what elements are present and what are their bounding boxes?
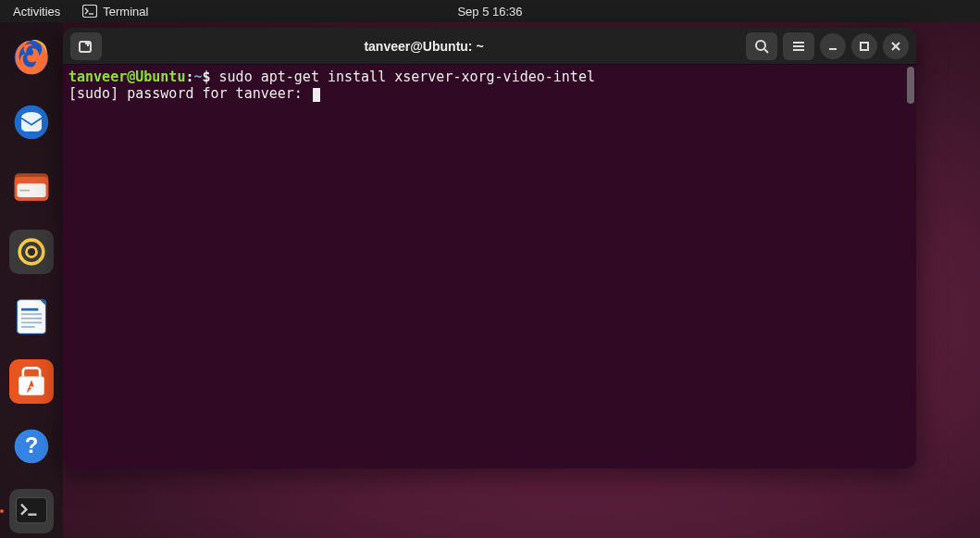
help-icon: ? [11,426,52,467]
topbar-app-label: Terminal [103,5,148,19]
dock: ? [0,22,63,538]
svg-rect-13 [21,318,42,319]
svg-text:?: ? [25,432,39,457]
prompt-user: tanveer@Ubuntu [68,69,185,85]
terminal-body[interactable]: tanveer@Ubuntu:~$ sudo apt-get install x… [63,65,916,469]
svg-line-25 [764,49,768,53]
rhythmbox-icon [11,231,52,272]
window-title: tanveer@Ubuntu: ~ [107,39,740,54]
writer-icon [11,296,52,337]
svg-rect-19 [17,497,47,523]
hamburger-icon [791,39,806,54]
command-text: sudo apt-get install xserver-xorg-video-… [219,69,595,85]
files-icon [11,167,52,207]
prompt-symbol: $ [203,69,211,85]
dock-item-firefox[interactable] [9,35,54,80]
dock-item-help[interactable]: ? [9,424,54,469]
new-tab-button[interactable] [70,32,102,60]
clock[interactable]: Sep 5 16:36 [457,5,522,19]
dock-item-ubuntu-software[interactable] [9,359,54,404]
dock-item-rhythmbox[interactable] [9,230,54,274]
maximize-icon [859,41,870,52]
svg-rect-12 [21,313,42,315]
terminal-window: tanveer@Ubuntu: ~ tanveer@Ubuntu:~$ sudo… [63,28,916,469]
svg-rect-10 [17,300,45,334]
software-icon [11,361,52,402]
dock-item-thunderbird[interactable] [9,100,54,144]
dock-item-files[interactable] [9,165,54,209]
svg-rect-14 [21,322,42,324]
scrollbar-thumb[interactable] [907,67,914,104]
search-button[interactable] [746,32,777,60]
svg-point-9 [27,247,37,257]
activities-button[interactable]: Activities [0,5,73,19]
svg-point-24 [756,41,765,50]
close-icon [890,41,901,52]
minimize-button[interactable] [820,33,846,59]
hamburger-menu-button[interactable] [783,32,814,60]
prompt-path: ~ [193,69,202,85]
svg-rect-0 [83,6,97,18]
svg-rect-7 [19,190,30,192]
terminal-app-icon [11,491,52,532]
close-button[interactable] [883,33,909,59]
minimize-icon [827,41,838,52]
cursor [313,88,320,102]
svg-rect-30 [861,43,868,50]
terminal-icon [82,5,97,18]
svg-rect-11 [21,308,38,311]
dock-item-libreoffice-writer[interactable] [9,294,54,339]
thunderbird-icon [11,102,52,143]
svg-rect-15 [21,326,35,328]
topbar-app-menu[interactable]: Terminal [73,5,157,19]
window-titlebar: tanveer@Ubuntu: ~ [63,28,916,65]
firefox-icon [11,37,52,78]
maximize-button[interactable] [851,33,877,59]
gnome-topbar: Activities Terminal Sep 5 16:36 [0,0,980,22]
dock-item-terminal[interactable] [9,489,54,533]
search-icon [754,39,769,54]
output-line: [sudo] password for tanveer: [68,85,311,102]
